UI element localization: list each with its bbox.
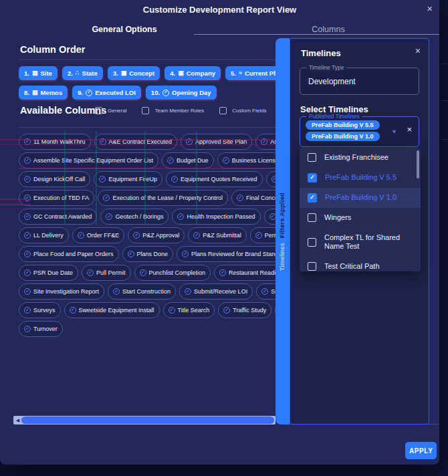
pill-label: Geotech / Borings bbox=[115, 213, 163, 220]
available-columns-filter[interactable]: General bbox=[95, 107, 126, 114]
chip-number: 9. bbox=[78, 89, 83, 96]
column-order-chip[interactable]: 1.▤Site bbox=[19, 66, 58, 80]
available-column-pill[interactable]: ✓P&Z Approval bbox=[128, 227, 185, 243]
available-columns-filter[interactable]: Team Member Roles bbox=[142, 107, 204, 114]
scrollbar-thumb[interactable] bbox=[21, 416, 274, 424]
available-column-pill[interactable]: ✓LL Delivery bbox=[19, 227, 69, 243]
timeline-option[interactable]: ✓PreFab Building V 1.0 bbox=[300, 188, 421, 208]
available-column-pill[interactable]: ✓Geotech / Borings bbox=[100, 209, 169, 225]
timeline-option[interactable]: Existing Franchisee bbox=[300, 148, 421, 168]
checkbox-unchecked-icon[interactable] bbox=[308, 213, 316, 222]
column-order-chip[interactable]: 10.✓Opening Day bbox=[146, 86, 217, 100]
available-column-pill[interactable]: ✓Place Food and Paper Orders bbox=[19, 246, 119, 262]
timeline-option-label: PreFab Building V 1.0 bbox=[325, 193, 397, 203]
pill-label: Site Investigation Report bbox=[33, 288, 99, 295]
check-circle-icon: ✓ bbox=[219, 269, 226, 276]
pill-label: Budget Due bbox=[177, 157, 209, 164]
available-column-pill[interactable]: ✓Health Inspection Passed bbox=[172, 209, 260, 225]
available-column-pill[interactable]: ✓Budget Due bbox=[162, 152, 214, 168]
dropdown-scrollbar[interactable] bbox=[417, 150, 419, 178]
timeline-option[interactable]: Complex TL for Shared Name Test bbox=[300, 228, 421, 257]
pill-label: Order FF&E bbox=[87, 232, 120, 239]
available-column-pill[interactable]: ✓Title Search bbox=[163, 302, 215, 318]
timeline-option[interactable]: Test Critical Path bbox=[300, 257, 421, 271]
clear-selection-icon[interactable]: × bbox=[407, 125, 412, 134]
pill-label: Assemble Site Specific Equipment Order L… bbox=[33, 157, 153, 164]
available-column-pill[interactable]: ✓Execution of TBD FA bbox=[19, 190, 94, 206]
check-circle-icon: ✓ bbox=[182, 251, 189, 257]
chevron-down-icon[interactable]: ▾ bbox=[393, 128, 396, 135]
timelines-panel-title: Timelines bbox=[301, 48, 341, 58]
available-column-pill[interactable]: ✓Punchlist Completion bbox=[134, 265, 211, 281]
column-order-chip[interactable]: 8.▤Memos bbox=[19, 86, 68, 100]
timeline-option-label: Existing Franchisee bbox=[324, 153, 388, 162]
published-timelines-select[interactable]: Published Timelines PreFab Building V 5.… bbox=[300, 116, 419, 147]
check-circle-icon: ✓ bbox=[237, 195, 243, 201]
timeline-option[interactable]: ✓PreFab Building V 5.5 bbox=[300, 168, 421, 188]
available-column-pill[interactable]: ✓Approved Site Plan bbox=[181, 134, 252, 150]
pill-label: P&Z Approval bbox=[142, 232, 179, 239]
checkbox-unchecked-icon[interactable] bbox=[308, 262, 316, 271]
pill-label: Sweetside Equipment Install bbox=[79, 307, 154, 314]
selected-timeline-chip[interactable]: PreFab Building V 5.5 bbox=[306, 120, 380, 130]
available-column-pill[interactable]: ✓Surveys bbox=[19, 302, 61, 318]
tab-columns[interactable]: Columns bbox=[267, 25, 389, 34]
chip-number: 5. bbox=[231, 70, 236, 77]
pill-label: Place Food and Paper Orders bbox=[33, 251, 114, 257]
column-order-chip[interactable]: 2.∴State bbox=[62, 66, 103, 80]
check-circle-icon: ✓ bbox=[87, 269, 94, 276]
available-column-pill[interactable]: ✓Equipment Quotes Received bbox=[166, 171, 263, 187]
timeline-type-select[interactable]: Timeline Type Development bbox=[300, 68, 419, 95]
pill-label: Execution of TBD FA bbox=[33, 195, 89, 201]
available-column-pill[interactable]: ✓Submit/Receive LOI bbox=[179, 283, 253, 300]
available-column-pill[interactable]: ✓Order FF&E bbox=[72, 227, 125, 243]
timelines-filter-ribbon[interactable]: TimelinesFilters Applied bbox=[275, 38, 290, 425]
horizontal-scrollbar[interactable]: ◀ bbox=[13, 416, 275, 425]
column-order-chip[interactable]: 9.✓Executed LOI bbox=[72, 86, 141, 100]
check-circle-icon: ✓ bbox=[24, 195, 31, 201]
calendar-icon: ▦ bbox=[121, 70, 127, 76]
available-column-pill[interactable]: ✓Start Construction bbox=[108, 283, 176, 300]
panel-close-icon[interactable]: × bbox=[415, 46, 421, 55]
check-circle-icon: ✓ bbox=[261, 138, 267, 145]
filter-label: General bbox=[108, 108, 126, 114]
check-circle-icon: ✓ bbox=[133, 232, 140, 239]
available-column-pill[interactable]: ✓Plans Done bbox=[122, 246, 174, 262]
selected-timeline-chip[interactable]: PreFab Building V 1.0 bbox=[306, 132, 380, 141]
chip-label: Memos bbox=[40, 89, 62, 96]
available-column-pill[interactable]: ✓P&Z Submittal bbox=[188, 227, 247, 243]
available-column-pill[interactable]: ✓Turnover bbox=[19, 321, 63, 337]
available-column-pill[interactable]: ✓GC Contract Awarded bbox=[19, 209, 97, 225]
available-column-pill[interactable]: ✓Sweetside Equipment Install bbox=[64, 302, 160, 318]
available-column-pill[interactable]: ✓PSR Due Date bbox=[19, 265, 78, 281]
check-circle-icon: ✓ bbox=[140, 269, 146, 276]
check-circle-icon: ✓ bbox=[24, 176, 31, 183]
available-columns-filter[interactable]: Custom Fields bbox=[219, 107, 266, 114]
checkbox-unchecked-icon[interactable] bbox=[308, 238, 316, 247]
available-column-pill[interactable]: ✓Site Investigation Report bbox=[19, 283, 104, 300]
column-order-chip[interactable]: 4.▣Company bbox=[164, 66, 221, 80]
column-order-chip[interactable]: 3.▦Concept bbox=[108, 66, 160, 80]
checkbox-checked-icon[interactable]: ✓ bbox=[308, 173, 317, 183]
apply-button[interactable]: APPLY bbox=[405, 442, 437, 459]
divider bbox=[19, 60, 275, 60]
available-column-pill[interactable]: ✓A&E Contract Executed bbox=[94, 134, 178, 150]
timeline-option[interactable]: Wingers bbox=[300, 208, 421, 228]
close-icon[interactable]: × bbox=[427, 3, 433, 13]
background-table-row-line bbox=[440, 64, 448, 64]
available-column-pill[interactable]: ✓Pull Permit bbox=[82, 265, 131, 281]
modal-title: Customize Development Report View bbox=[0, 5, 439, 15]
checkbox-unchecked-icon[interactable] bbox=[308, 153, 316, 162]
scroll-left-arrow-icon[interactable]: ◀ bbox=[14, 416, 21, 425]
chip-label: Opening Day bbox=[172, 89, 211, 96]
pill-label: Approved Site Plan bbox=[195, 138, 247, 145]
available-column-pill[interactable]: ✓Assemble Site Specific Equipment Order … bbox=[19, 152, 158, 168]
available-column-pill[interactable]: ✓11 Month WalkThru bbox=[19, 134, 91, 150]
tab-general-options[interactable]: General Options bbox=[74, 25, 175, 34]
available-column-pill[interactable]: ✓Execution of the Lease / Property Contr… bbox=[98, 190, 228, 206]
checkbox-checked-icon[interactable]: ✓ bbox=[308, 193, 317, 203]
check-circle-icon: ✓ bbox=[24, 138, 31, 145]
available-column-pill[interactable]: ✓Design KickOff Call bbox=[19, 171, 90, 187]
available-column-pill[interactable]: ✓Traffic Study bbox=[218, 302, 271, 318]
available-column-pill[interactable]: ✓Equipment FireUp bbox=[94, 171, 162, 187]
